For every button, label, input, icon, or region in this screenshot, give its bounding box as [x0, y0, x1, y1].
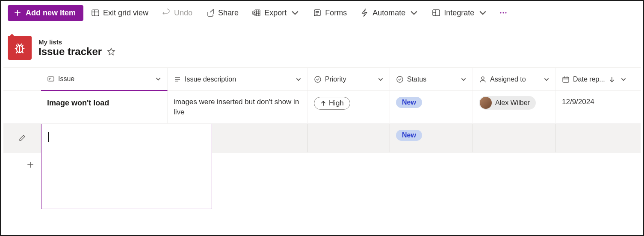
chevron-down-icon — [295, 76, 301, 82]
export-label: Export — [264, 9, 287, 17]
cell-assigned[interactable]: Alex Wilber — [473, 91, 556, 123]
automate-icon — [360, 9, 369, 17]
svg-point-6 — [503, 12, 504, 13]
svg-rect-0 — [92, 10, 99, 16]
status-pill: New — [396, 130, 422, 141]
column-header-date[interactable]: Date rep... — [556, 68, 644, 90]
cell-issue[interactable]: image won't load — [41, 91, 168, 123]
edit-pencil-icon — [18, 134, 26, 142]
command-bar: Add new item Exit grid view Undo Share E… — [1, 1, 643, 25]
share-button[interactable]: Share — [200, 5, 245, 21]
column-label: Issue — [58, 75, 74, 83]
chevron-down-icon — [291, 9, 299, 17]
forms-icon — [313, 9, 322, 17]
automate-label: Automate — [372, 9, 405, 17]
svg-rect-9 — [48, 77, 54, 81]
avatar — [480, 97, 492, 109]
column-header-assigned[interactable]: Assigned to — [473, 68, 556, 90]
person-icon — [479, 76, 487, 83]
text-column-icon — [47, 75, 55, 83]
favorite-star-icon[interactable] — [107, 47, 115, 56]
list-tile-icon — [8, 36, 32, 60]
person-chip: Alex Wilber — [479, 96, 536, 110]
multiline-icon — [174, 76, 181, 83]
cell-status[interactable]: New — [390, 91, 473, 123]
data-grid: Issue Issue description Priority Status … — [3, 67, 641, 177]
chevron-down-icon — [461, 76, 467, 82]
more-icon — [499, 9, 508, 17]
chevron-down-icon — [479, 9, 487, 17]
integrate-button[interactable]: Integrate — [426, 5, 493, 21]
exit-grid-view-button[interactable]: Exit grid view — [85, 5, 154, 21]
undo-button[interactable]: Undo — [156, 5, 198, 21]
date-text: 12/9/2024 — [562, 91, 594, 106]
cell-description[interactable]: images were inserted but don't show in l… — [168, 91, 308, 123]
plus-icon — [14, 9, 21, 17]
description-text: images were inserted but don't show in l… — [174, 97, 301, 117]
row-selector-column — [3, 68, 41, 90]
forms-label: Forms — [325, 9, 347, 17]
svg-point-12 — [482, 77, 484, 79]
cell-status[interactable]: New — [390, 124, 473, 152]
cell-priority[interactable]: High — [308, 91, 390, 123]
bug-icon — [12, 41, 27, 55]
svg-point-7 — [505, 12, 507, 13]
column-label: Priority — [325, 76, 346, 83]
row-handle[interactable] — [3, 91, 41, 123]
row-handle[interactable] — [3, 124, 41, 152]
more-actions-button[interactable] — [495, 5, 512, 20]
grid-view-icon — [91, 9, 100, 17]
column-label: Status — [407, 76, 426, 83]
plus-icon[interactable] — [27, 161, 34, 169]
list-title: Issue tracker — [38, 46, 102, 58]
table-row[interactable]: image won't load images were inserted bu… — [3, 91, 641, 124]
issue-title: image won't load — [47, 91, 109, 108]
column-header-priority[interactable]: Priority — [308, 68, 390, 90]
svg-point-5 — [500, 12, 502, 13]
svg-point-11 — [397, 76, 403, 82]
choice-icon — [396, 76, 404, 83]
priority-pill: High — [314, 97, 350, 110]
cell-date[interactable] — [556, 124, 644, 152]
svg-point-10 — [315, 76, 321, 82]
column-label: Issue description — [185, 76, 236, 83]
breadcrumb[interactable]: My lists — [38, 38, 115, 46]
add-new-item-button[interactable]: Add new item — [8, 5, 83, 21]
automate-button[interactable]: Automate — [354, 5, 424, 21]
share-icon — [206, 9, 215, 17]
add-label: Add new item — [26, 9, 76, 17]
person-name: Alex Wilber — [495, 99, 530, 107]
chevron-down-icon — [620, 76, 626, 82]
svg-rect-13 — [563, 77, 569, 82]
share-label: Share — [218, 9, 239, 17]
table-row-editing[interactable]: New — [3, 124, 641, 153]
cell-date[interactable]: 12/9/2024 — [556, 91, 644, 123]
export-button[interactable]: Export — [246, 5, 305, 21]
chevron-down-icon — [378, 76, 384, 82]
exit-label: Exit grid view — [103, 9, 148, 17]
chevron-down-icon — [155, 76, 161, 82]
undo-label: Undo — [174, 9, 192, 17]
column-header-description[interactable]: Issue description — [168, 68, 308, 90]
grid-header-row: Issue Issue description Priority Status … — [3, 68, 641, 91]
choice-icon — [314, 76, 322, 83]
chevron-down-icon — [544, 76, 549, 82]
column-label: Assigned to — [490, 76, 526, 83]
status-pill: New — [396, 97, 422, 108]
issue-title-editor[interactable] — [41, 124, 212, 209]
integrate-label: Integrate — [444, 9, 474, 17]
cell-priority[interactable] — [308, 124, 390, 152]
arrow-up-icon — [320, 100, 326, 106]
calendar-icon — [562, 76, 570, 83]
priority-label: High — [329, 99, 344, 108]
column-header-status[interactable]: Status — [390, 68, 473, 90]
export-icon — [252, 9, 261, 17]
column-label: Date rep... — [573, 76, 605, 83]
cell-assigned[interactable] — [473, 124, 556, 152]
undo-icon — [162, 9, 171, 17]
list-header: My lists Issue tracker — [1, 25, 643, 67]
sort-down-icon — [609, 76, 615, 83]
column-header-issue[interactable]: Issue — [41, 68, 168, 91]
integrate-icon — [432, 9, 440, 17]
forms-button[interactable]: Forms — [307, 5, 353, 21]
